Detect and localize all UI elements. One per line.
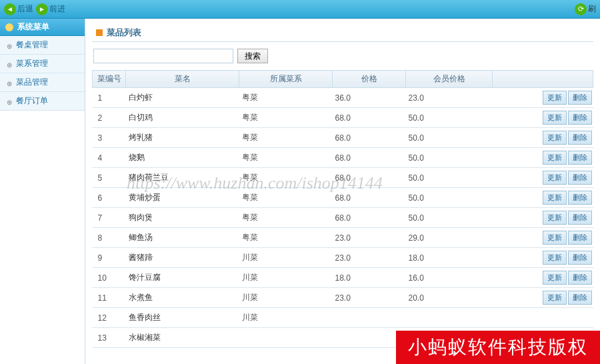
update-button[interactable]: 更新: [543, 171, 567, 185]
cell-member-price: 50.0: [406, 108, 493, 128]
delete-button[interactable]: 删除: [568, 211, 592, 225]
sidebar-item-tables[interactable]: ⊕ 餐桌管理: [0, 36, 85, 55]
sidebar-header: 系统菜单: [0, 19, 85, 36]
delete-button[interactable]: 删除: [568, 271, 592, 285]
delete-button[interactable]: 删除: [568, 151, 592, 165]
back-button[interactable]: ◄ 后退: [4, 3, 33, 15]
cell-id: 10: [93, 268, 126, 288]
sidebar-item-label: 菜品管理: [16, 77, 48, 88]
back-label: 后退: [17, 3, 33, 15]
delete-button[interactable]: 删除: [568, 91, 592, 105]
cell-actions: 更新删除: [493, 248, 593, 268]
layout: 系统菜单 ⊕ 餐桌管理 ⊕ 菜系管理 ⊕ 菜品管理 ⊕ 餐厅订单 菜品列表 搜索: [0, 19, 600, 364]
cell-member-price: 29.0: [406, 228, 493, 248]
cell-price: 18.0: [333, 268, 406, 288]
table-header-row: 菜编号 菜名 所属菜系 价格 会员价格: [93, 71, 593, 88]
forward-button[interactable]: ► 前进: [36, 3, 65, 15]
col-memberprice-header: 会员价格: [406, 71, 493, 88]
delete-button[interactable]: 删除: [568, 111, 592, 125]
user-icon: [5, 23, 13, 31]
sidebar-item-label: 餐厅订单: [16, 95, 48, 107]
cell-member-price: 50.0: [406, 188, 493, 208]
cell-category: 川菜: [239, 308, 333, 328]
cell-name: 鲫鱼汤: [126, 228, 239, 248]
cell-name: 酱猪蹄: [126, 248, 239, 268]
table-row: 4烧鹅粤菜68.050.0更新删除: [93, 148, 593, 168]
update-button[interactable]: 更新: [543, 211, 567, 225]
cell-id: 3: [93, 128, 126, 148]
cell-member-price: [406, 308, 493, 328]
cell-category: 粤菜: [239, 108, 333, 128]
cell-price: 68.0: [333, 128, 406, 148]
cell-price: 68.0: [333, 168, 406, 188]
cell-actions: 更新删除: [493, 228, 593, 248]
footer-banner: 小蚂蚁软件科技版权: [396, 331, 600, 364]
cell-price: 23.0: [333, 248, 406, 268]
cell-actions: 更新删除: [493, 148, 593, 168]
update-button[interactable]: 更新: [543, 151, 567, 165]
cell-member-price: 16.0: [406, 268, 493, 288]
cell-id: 8: [93, 228, 126, 248]
top-toolbar: ◄ 后退 ► 前进 ⟳ 刷: [0, 0, 600, 19]
sidebar-item-dishes[interactable]: ⊕ 菜品管理: [0, 73, 85, 92]
update-button[interactable]: 更新: [543, 131, 567, 145]
sidebar-item-cuisine[interactable]: ⊕ 菜系管理: [0, 55, 85, 73]
cell-name: 水煮鱼: [126, 288, 239, 308]
delete-button[interactable]: 删除: [568, 131, 592, 145]
title-marker-icon: [96, 29, 103, 36]
cell-name: 水椒湘菜: [126, 328, 239, 348]
cell-actions: 更新删除: [493, 268, 593, 288]
cell-name: 鱼香肉丝: [126, 308, 239, 328]
update-button[interactable]: 更新: [543, 231, 567, 245]
cell-actions: 更新删除: [493, 288, 593, 308]
delete-button[interactable]: 删除: [568, 191, 592, 205]
update-button[interactable]: 更新: [543, 271, 567, 285]
bullet-icon: ⊕: [7, 43, 12, 48]
update-button[interactable]: 更新: [543, 111, 567, 125]
main-content: 菜品列表 搜索 菜编号 菜名 所属菜系 价格 会员价格 1白灼虾粤菜36.023…: [85, 19, 600, 364]
cell-price: 68.0: [333, 108, 406, 128]
cell-member-price: 23.0: [406, 88, 493, 108]
cell-category: 川菜: [239, 288, 333, 308]
cell-price: [333, 328, 406, 348]
bullet-icon: ⊕: [7, 61, 12, 67]
cell-category: 粤菜: [239, 188, 333, 208]
cell-id: 12: [93, 308, 126, 328]
cell-price: 68.0: [333, 208, 406, 228]
col-name-header: 菜名: [126, 71, 239, 88]
cell-member-price: 20.0: [406, 288, 493, 308]
cell-category: 粤菜: [239, 88, 333, 108]
search-button[interactable]: 搜索: [237, 49, 268, 63]
cell-category: 粤菜: [239, 128, 333, 148]
cell-name: 白灼虾: [126, 88, 239, 108]
cell-id: 4: [93, 148, 126, 168]
cell-member-price: 50.0: [406, 148, 493, 168]
table-body: 1白灼虾粤菜36.023.0更新删除2白切鸡粤菜68.050.0更新删除3烤乳猪…: [93, 88, 593, 348]
cell-member-price: 50.0: [406, 208, 493, 228]
cell-name: 猪肉荷兰豆: [126, 168, 239, 188]
cell-actions: 更新删除: [493, 168, 593, 188]
bullet-icon: ⊕: [7, 80, 12, 85]
sidebar-item-label: 菜系管理: [16, 58, 48, 69]
table-row: 10馋汁豆腐川菜18.016.0更新删除: [93, 268, 593, 288]
sidebar-item-orders[interactable]: ⊕ 餐厅订单: [0, 92, 85, 111]
delete-button[interactable]: 删除: [568, 171, 592, 185]
refresh-label: 刷: [588, 3, 596, 15]
delete-button[interactable]: 删除: [568, 251, 592, 265]
cell-category: 川菜: [239, 268, 333, 288]
search-input[interactable]: [93, 49, 233, 63]
col-action-header: [493, 71, 593, 88]
cell-price: 23.0: [333, 288, 406, 308]
update-button[interactable]: 更新: [543, 251, 567, 265]
update-button[interactable]: 更新: [543, 191, 567, 205]
cell-id: 2: [93, 108, 126, 128]
cell-category: [239, 328, 333, 348]
delete-button[interactable]: 删除: [568, 291, 592, 305]
table-row: 1白灼虾粤菜36.023.0更新删除: [93, 88, 593, 108]
update-button[interactable]: 更新: [543, 291, 567, 305]
delete-button[interactable]: 删除: [568, 231, 592, 245]
cell-actions: 更新删除: [493, 128, 593, 148]
cell-name: 烤乳猪: [126, 128, 239, 148]
update-button[interactable]: 更新: [543, 91, 567, 105]
refresh-icon[interactable]: ⟳: [575, 3, 587, 15]
